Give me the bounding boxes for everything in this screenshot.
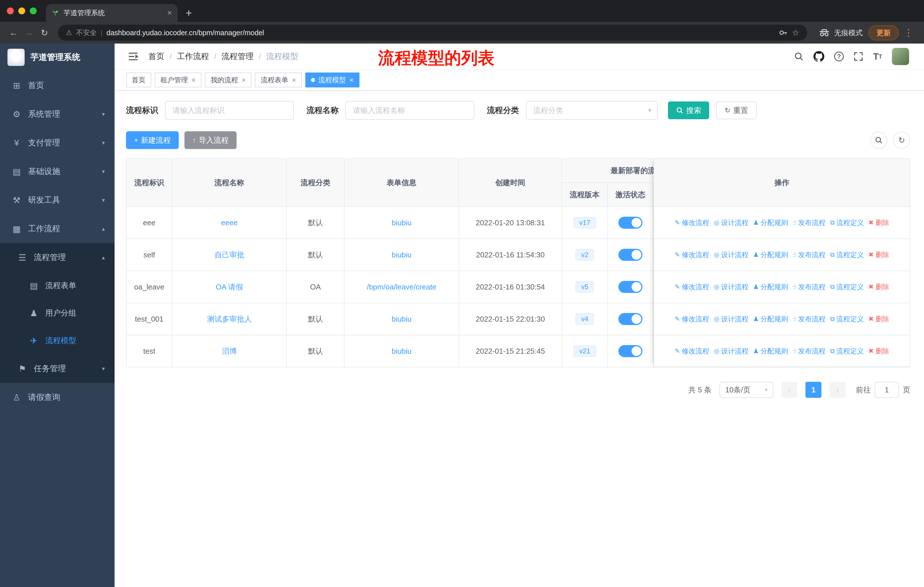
tag-my-process[interactable]: 我的流程 × <box>205 73 251 88</box>
reset-button[interactable]: ↻ 重置 <box>716 101 757 119</box>
font-size-icon[interactable]: TT <box>873 51 882 62</box>
browser-tab[interactable]: 芋道管理系统 × <box>46 4 178 22</box>
delete-link[interactable]: ✖删除 <box>868 347 889 356</box>
form-info-link[interactable]: biubiu <box>391 218 411 227</box>
edit-process-link[interactable]: ✎修改流程 <box>675 314 709 324</box>
design-process-link[interactable]: ◎设计流程 <box>714 282 748 291</box>
sidebar-item-leave-query[interactable]: ♙ 请假查询 <box>0 383 115 412</box>
assign-rule-link[interactable]: ♟分配规则 <box>753 314 788 324</box>
active-toggle[interactable] <box>619 281 642 293</box>
search-icon[interactable] <box>794 51 804 61</box>
breadcrumb-home[interactable]: 首页 <box>148 51 164 62</box>
edit-process-link[interactable]: ✎修改流程 <box>675 282 709 291</box>
bookmark-star-icon[interactable]: ☆ <box>792 28 799 38</box>
hamburger-icon[interactable] <box>122 51 144 61</box>
toggle-search-button[interactable] <box>870 132 887 149</box>
github-icon[interactable] <box>813 51 824 62</box>
assign-rule-link[interactable]: ♟分配规则 <box>753 347 788 356</box>
password-key-icon[interactable] <box>779 28 788 37</box>
design-process-link[interactable]: ◎设计流程 <box>714 314 748 324</box>
tag-process-form[interactable]: 流程表单 × <box>255 73 302 88</box>
delete-link[interactable]: ✖删除 <box>868 218 889 227</box>
page-size-select[interactable]: 10条/页 ▾ <box>719 382 773 398</box>
publish-process-link[interactable]: ☝发布流程 <box>792 282 825 291</box>
tag-home[interactable]: 首页 <box>126 73 151 88</box>
process-name-link[interactable]: 自己审批 <box>214 250 244 260</box>
goto-page-input[interactable] <box>875 382 899 398</box>
process-name-link[interactable]: 滔博 <box>222 346 237 356</box>
publish-process-link[interactable]: ☝发布流程 <box>792 314 825 324</box>
sidebar-item-user-group[interactable]: ♟ 用户分组 <box>0 299 115 327</box>
edit-process-link[interactable]: ✎修改流程 <box>675 218 709 227</box>
form-info-link[interactable]: biubiu <box>391 251 411 260</box>
active-toggle[interactable] <box>619 313 642 325</box>
delete-link[interactable]: ✖删除 <box>868 282 889 291</box>
sidebar-item-home[interactable]: ⊞ 首页 <box>0 71 115 100</box>
next-page-button[interactable]: › <box>830 382 845 398</box>
create-process-button[interactable]: + 新建流程 <box>126 131 179 149</box>
design-process-link[interactable]: ◎设计流程 <box>714 250 748 260</box>
design-process-link[interactable]: ◎设计流程 <box>714 218 748 227</box>
filter-id-input[interactable] <box>165 101 294 120</box>
process-definition-link[interactable]: ⧉流程定义 <box>830 347 864 356</box>
assign-rule-link[interactable]: ♟分配规则 <box>753 282 788 291</box>
active-toggle[interactable] <box>619 217 642 229</box>
publish-process-link[interactable]: ☝发布流程 <box>792 218 825 227</box>
close-icon[interactable]: × <box>350 76 354 84</box>
publish-process-link[interactable]: ☝发布流程 <box>792 347 825 356</box>
help-icon[interactable]: ? <box>834 51 844 61</box>
update-button[interactable]: 更新 <box>868 25 899 40</box>
back-icon[interactable]: ← <box>6 28 21 38</box>
form-info-link[interactable]: /bpm/oa/leave/create <box>367 283 437 291</box>
filter-category-select[interactable]: 流程分类 ▾ <box>526 101 658 120</box>
user-avatar[interactable] <box>892 48 909 65</box>
page-1-button[interactable]: 1 <box>805 382 822 398</box>
minimize-window-button[interactable] <box>18 7 25 14</box>
browser-menu-icon[interactable]: ⋮ <box>899 27 918 38</box>
sidebar-item-process-model[interactable]: ✈ 流程模型 <box>0 327 115 354</box>
process-definition-link[interactable]: ⧉流程定义 <box>830 282 864 291</box>
process-name-link[interactable]: eeee <box>221 218 238 227</box>
sidebar-item-workflow[interactable]: ▦ 工作流程 ▴ <box>0 214 115 243</box>
filter-name-input[interactable] <box>345 101 474 120</box>
process-name-link[interactable]: 测试多审批人 <box>207 314 252 324</box>
process-definition-link[interactable]: ⧉流程定义 <box>830 314 864 324</box>
edit-process-link[interactable]: ✎修改流程 <box>675 250 709 260</box>
breadcrumb-workflow[interactable]: 工作流程 <box>177 51 209 62</box>
prev-page-button[interactable]: ‹ <box>781 382 797 398</box>
close-window-button[interactable] <box>7 7 14 14</box>
url-bar[interactable]: ⚠ 不安全 | dashboard.yudao.iocoder.cn/bpm/m… <box>58 25 807 41</box>
design-process-link[interactable]: ◎设计流程 <box>714 347 748 356</box>
active-toggle[interactable] <box>619 249 642 261</box>
close-icon[interactable]: × <box>241 76 246 84</box>
publish-process-link[interactable]: ☝发布流程 <box>792 250 825 260</box>
close-icon[interactable]: × <box>292 76 296 84</box>
sidebar-item-process-management[interactable]: ☰ 流程管理 ▴ <box>0 243 115 272</box>
tag-tenant[interactable]: 租户管理 × <box>155 73 201 88</box>
sidebar-item-devtools[interactable]: ⚒ 研发工具 ▾ <box>0 186 115 214</box>
tag-process-model[interactable]: 流程模型 × <box>305 73 360 88</box>
edit-process-link[interactable]: ✎修改流程 <box>675 347 709 356</box>
new-tab-button[interactable]: + <box>178 4 200 22</box>
delete-link[interactable]: ✖删除 <box>868 314 889 324</box>
sidebar-item-payment[interactable]: ¥ 支付管理 ▾ <box>0 128 115 157</box>
maximize-window-button[interactable] <box>30 7 37 14</box>
assign-rule-link[interactable]: ♟分配规则 <box>753 218 788 227</box>
process-name-link[interactable]: OA 请假 <box>216 282 243 292</box>
tab-close-icon[interactable]: × <box>167 8 172 18</box>
process-definition-link[interactable]: ⧉流程定义 <box>830 218 864 227</box>
assign-rule-link[interactable]: ♟分配规则 <box>753 250 788 260</box>
form-info-link[interactable]: biubiu <box>391 315 411 324</box>
sidebar-item-task-management[interactable]: ⚑ 任务管理 ▾ <box>0 354 115 383</box>
delete-link[interactable]: ✖删除 <box>868 250 889 260</box>
sidebar-item-process-form[interactable]: ▤ 流程表单 <box>0 272 115 299</box>
breadcrumb-process-management[interactable]: 流程管理 <box>222 51 254 62</box>
refresh-table-button[interactable]: ↻ <box>893 132 910 149</box>
active-toggle[interactable] <box>619 345 642 357</box>
close-icon[interactable]: × <box>191 76 196 84</box>
process-definition-link[interactable]: ⧉流程定义 <box>830 250 864 260</box>
forward-icon[interactable]: → <box>21 28 37 38</box>
reload-icon[interactable]: ↻ <box>37 28 52 38</box>
form-info-link[interactable]: biubiu <box>391 347 411 356</box>
search-button[interactable]: 搜索 <box>668 101 709 119</box>
